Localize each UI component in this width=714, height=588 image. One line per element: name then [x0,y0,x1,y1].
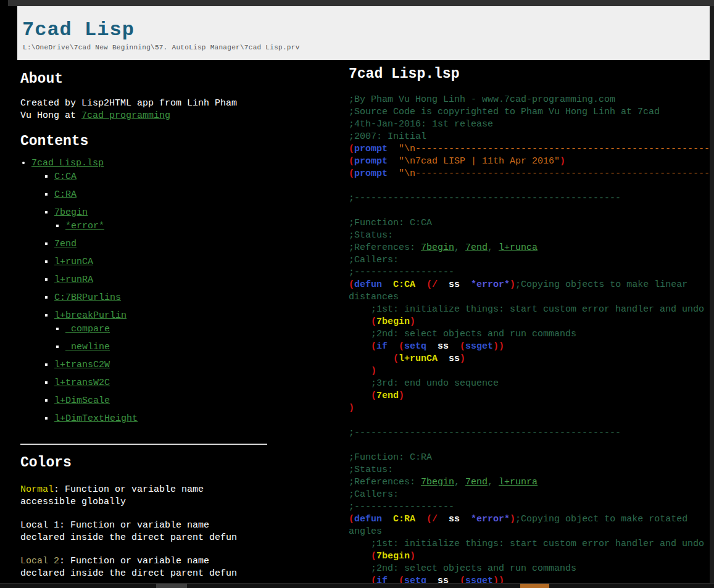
code-line: ;References: 7begin, 7end, l+runra [349,476,710,489]
code-token-fn: l+runCA [399,354,438,364]
code-line: (prompt "\n-----------------------------… [349,143,710,155]
sidebar-hscroll-thumb[interactable] [156,584,187,588]
contents-link[interactable]: 7end [54,239,77,249]
code-token-cm: ;---------------------------------------… [349,428,621,438]
vertical-scrollbar[interactable] [710,6,714,583]
contents-link[interactable]: l+DimTextHeight [54,413,138,424]
code-token-p: ( [349,280,354,290]
code-line: (prompt "\n7cad LISP | 11th Apr 2016") [349,155,710,168]
code-line: ;References: 7begin, 7end, l+runca [349,242,710,254]
legend-label: Local 2 [20,556,59,566]
code-line: ;Source Code is copyrighted to Pham Vu H… [349,106,710,118]
code-reference-link[interactable]: 7end [465,477,488,487]
code-token-p: ) [349,403,354,413]
contents-item: 7begin*error* [54,207,332,233]
code-line: (defun C:RA (/ ss *error*);Copying objec… [349,513,710,526]
contents-link[interactable]: l+runRA [54,275,93,285]
code-token-kw: prompt [354,156,388,167]
contents-link[interactable]: l+transC2W [54,360,110,370]
contents-link[interactable]: C:RA [54,189,77,200]
legend-entry: Normal: Function or variable name access… [20,484,332,508]
code-token-cm: ;4th-Jan-2016: 1st release [349,119,493,130]
code-token-v: ss [438,514,460,524]
contents-link[interactable]: l+breakPurlin [54,310,127,321]
contents-link[interactable]: l+DimScale [54,395,110,406]
contents-link[interactable]: C:CA [54,172,77,182]
contents-link[interactable]: 7begin [54,207,88,218]
code-line: ;1st: initialize things: start custom er… [349,304,710,316]
contents-root-item: 7cad Lisp.lspC:CAC:RA7begin*error*7endl+… [31,157,332,425]
contents-link[interactable]: C:7BRPurlins [54,292,121,303]
contents-item: l+DimTextHeight [54,413,332,425]
code-pane: 7cad Lisp.lsp ;By Pham Vu Hong Linh - ww… [349,60,710,583]
code-token-cm: angles [349,526,382,537]
contents-sublink[interactable]: _compare [65,324,110,334]
code-line: (if (setq ss (ssget)) [349,575,710,583]
code-line: (defun C:CA (/ ss *error*);Copying objec… [349,279,710,291]
code-token-p: ) [410,317,415,327]
code-line: ;Status: [349,464,710,476]
code-token-p: ( [349,341,376,352]
code-token-p: ( [388,341,404,352]
code-line: ;Callers: [349,254,710,267]
about-text: Created by Lisp2HTML app from Linh PhamV… [20,97,332,122]
code-reference-link[interactable]: 7begin [421,477,454,487]
code-line: ;4th-Jan-2016: 1st release [349,118,710,131]
code-token-p: )) [493,341,504,352]
code-reference-link[interactable]: 7begin [421,242,454,253]
legend-label: Local 1 [20,520,59,531]
code-reference-link[interactable]: l+runra [499,477,538,487]
contents-item: l+breakPurlin_compare_newline [54,310,332,354]
horizontal-scrollbar-track[interactable] [0,583,714,588]
code-token-cm: ;Callers: [349,489,399,500]
contents-sublink[interactable]: *error* [65,221,104,231]
contents-link[interactable]: l+transW2C [54,378,110,388]
code-line: ;------------------ [349,267,710,279]
code-token-p: ( [349,144,354,154]
contents-item: l+DimScale [54,395,332,407]
code-token-p: ( [349,391,376,401]
code-line: ;Function: C:CA [349,217,710,230]
code-token-cm: ;References: [349,477,421,487]
contents-item: C:RA [54,189,332,201]
code-line: ;Callers: [349,489,710,501]
contents-item: 7end [54,238,332,251]
code-token-cm: ;3rd: end undo sequence [349,378,499,389]
code-token-p: ( [349,317,376,327]
code-line: ;2nd: select objects and run commands [349,328,710,341]
code-token-p: ) [460,354,465,364]
about-line1: Created by Lisp2HTML app from Linh Pham [20,98,237,109]
code-token-fn: C:CA [382,280,415,290]
code-token-v: ss [438,354,460,364]
code-line: distances [349,291,710,304]
code-token-cm: ;2nd: select objects and run commands [349,563,576,574]
code-token-p: ( [449,341,465,352]
code-line: ;1st: initialize things: start custom er… [349,538,710,550]
code-token-er: *error* [460,280,510,290]
code-token-fn: C:RA [382,514,415,524]
about-link[interactable]: 7cad programming [81,110,170,121]
code-token-v: ss [426,576,449,583]
code-token-kw: ssget [465,341,493,352]
code-token-cm: , [454,477,465,487]
code-token-cm: ;1st: initialize things: start custom er… [349,304,704,315]
contents-link[interactable]: l+runCA [54,257,93,267]
contents-item: l+transC2W [54,359,332,371]
code-line: (if (setq ss (ssget)) [349,341,710,353]
code-reference-link[interactable]: l+runca [499,242,538,253]
contents-sublink[interactable]: _newline [65,342,110,352]
code-token-p: ) [410,551,415,561]
code-token-kw: prompt [354,168,388,179]
file-path: L:\OneDrive\7cad New Beginning\57. AutoL… [23,44,710,51]
code-token-kw: setq [404,341,426,352]
code-reference-link[interactable]: 7end [465,242,488,253]
code-line: ;By Pham Vu Hong Linh - www.7cad-program… [349,94,710,106]
code-token-cm: ;Copying objects to make linear [515,280,687,290]
code-token-cm: ;Function: C:RA [349,452,432,463]
codepane-hscroll-thumb[interactable] [520,584,549,588]
contents-heading: Contents [20,135,332,149]
contents-item: C:CA [54,171,332,183]
code-token-s: "\n-------------------------------------… [388,168,710,179]
contents-link-root[interactable]: 7cad Lisp.lsp [31,158,104,168]
code-token-v: ss [426,341,449,352]
